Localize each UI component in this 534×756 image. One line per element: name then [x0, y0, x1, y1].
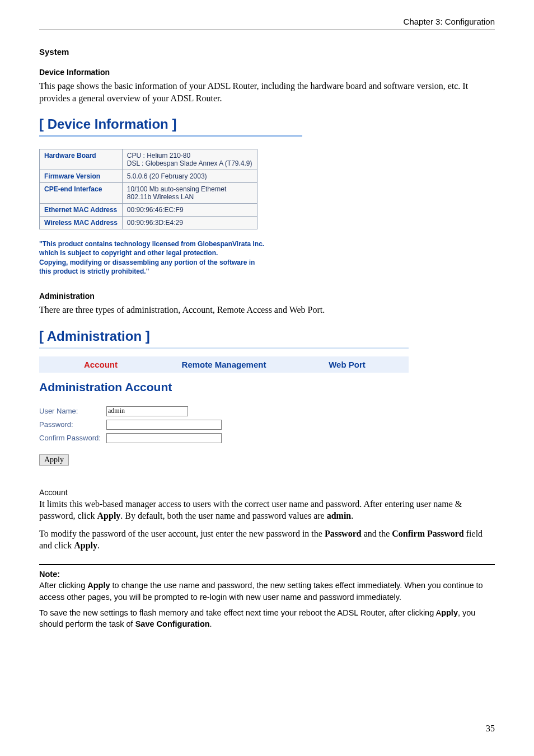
hardware-board-label: Hardware Board: [40, 149, 123, 170]
bold-password: Password: [325, 529, 362, 538]
bold-pply: pply: [441, 608, 458, 617]
account-paragraph-2: To modify the password of the user accou…: [39, 528, 495, 552]
text-segment: .: [351, 511, 353, 520]
hardware-board-dsl: DSL : Globespan Slade Annex A (T79.4.9): [127, 159, 252, 167]
text-segment: To modify the password of the user accou…: [39, 529, 325, 538]
username-input[interactable]: [106, 406, 188, 416]
note-rule: [39, 564, 495, 569]
device-info-heading: Device Information: [39, 68, 495, 77]
bold-confirm-password: Confirm Password: [392, 529, 463, 538]
cpe-wireless: 802.11b Wireless LAN: [127, 193, 194, 201]
administration-text: There are three types of administration,…: [39, 304, 495, 316]
administration-panel-title: [ Administration ]: [39, 328, 495, 346]
password-input[interactable]: [106, 420, 222, 430]
table-row: Wireless MAC Address 00:90:96:3D:E4:29: [40, 217, 257, 229]
bold-apply: Apply: [87, 581, 110, 590]
firmware-value: 5.0.0.6 (20 February 2003): [122, 170, 257, 183]
bold-apply: Apply: [74, 541, 97, 550]
table-row: CPE-end Interface 10/100 Mb auto-sensing…: [40, 183, 257, 204]
wl-mac-value: 00:90:96:3D:E4:29: [122, 217, 257, 229]
administration-heading: Administration: [39, 292, 495, 300]
username-label: User Name:: [39, 407, 106, 415]
table-row: Hardware Board CPU : Helium 210-80 DSL :…: [40, 149, 257, 170]
confirm-password-label: Confirm Password:: [39, 434, 106, 442]
cpe-label: CPE-end Interface: [40, 183, 123, 204]
password-label: Password:: [39, 420, 106, 429]
device-info-panel-title: [ Device Information ]: [39, 116, 495, 134]
legal-line-3: Copying, modifying or disassembling any …: [39, 259, 255, 266]
bold-admin: admin: [327, 511, 352, 520]
legal-notice: "This product contains technology licens…: [39, 240, 495, 276]
text-segment: After clicking: [39, 581, 87, 590]
legal-line-4: this product is strictly prohibited.": [39, 267, 149, 275]
chapter-header: Chapter 3: Configuration: [39, 17, 495, 30]
device-info-table: Hardware Board CPU : Helium 210-80 DSL :…: [39, 149, 257, 229]
text-segment: .: [210, 619, 212, 628]
bold-apply: Apply: [97, 511, 121, 520]
page-number: 35: [486, 724, 495, 734]
administration-rule: [39, 348, 409, 349]
firmware-label: Firmware Version: [40, 170, 123, 183]
form-row-password: Password:: [39, 420, 495, 430]
administration-account-subtitle: Administration Account: [39, 381, 495, 394]
apply-button[interactable]: Apply: [39, 454, 69, 466]
legal-line-2: which is subject to copyright and other …: [39, 249, 218, 257]
admin-tab-bar: Account Remote Management Web Port: [39, 356, 409, 373]
form-row-confirm-password: Confirm Password:: [39, 433, 495, 443]
hardware-board-cpu: CPU : Helium 210-80: [127, 152, 190, 159]
tab-web-port[interactable]: Web Port: [285, 356, 409, 373]
note-label: Note:: [39, 570, 60, 579]
text-segment: and the: [362, 529, 392, 538]
tab-account[interactable]: Account: [39, 356, 162, 373]
eth-mac-label: Ethernet MAC Address: [40, 204, 123, 217]
wl-mac-label: Wireless MAC Address: [40, 217, 123, 229]
table-row: Firmware Version 5.0.0.6 (20 February 20…: [40, 170, 257, 183]
hardware-board-value: CPU : Helium 210-80 DSL : Globespan Slad…: [122, 149, 257, 170]
cpe-value: 10/100 Mb auto-sensing Ethernet 802.11b …: [122, 183, 257, 204]
note-block: Note: After clicking Apply to change the…: [39, 569, 495, 630]
text-segment: . By default, both the user name and pas…: [120, 511, 326, 520]
table-row: Ethernet MAC Address 00:90:96:46:EC:F9: [40, 204, 257, 217]
bold-save-configuration: Save Configuration: [135, 619, 210, 628]
tab-remote-management[interactable]: Remote Management: [162, 356, 285, 373]
form-row-username: User Name:: [39, 406, 495, 416]
account-subheading: Account: [39, 488, 495, 497]
eth-mac-value: 00:90:96:46:EC:F9: [122, 204, 257, 217]
confirm-password-input[interactable]: [106, 433, 222, 443]
account-paragraph-1: It limits this web-based manager access …: [39, 498, 495, 522]
device-info-rule: [39, 135, 302, 137]
device-info-text: This page shows the basic information of…: [39, 80, 495, 104]
legal-line-1: "This product contains technology licens…: [39, 240, 264, 248]
text-segment: .: [97, 541, 100, 550]
cpe-ethernet: 10/100 Mb auto-sensing Ethernet: [127, 185, 226, 193]
text-segment: To save the new settings to flash memory…: [39, 608, 441, 617]
system-heading: System: [39, 47, 495, 57]
